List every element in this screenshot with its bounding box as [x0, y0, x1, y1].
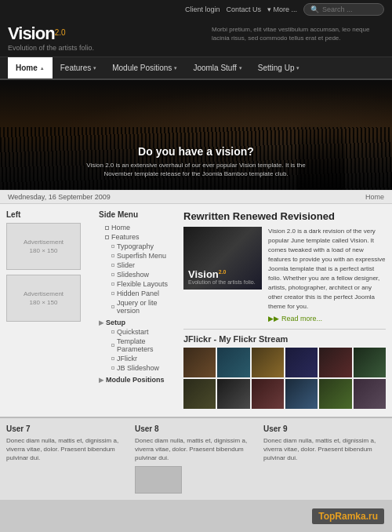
user-column-7: User 7 Donec diam nulla, mattis et, dign… — [6, 425, 129, 494]
bullet-icon — [105, 235, 109, 239]
client-login-link[interactable]: Client login — [185, 5, 220, 13]
bullet-icon — [111, 292, 114, 295]
bullet-icon — [111, 366, 114, 370]
side-menu-item-home[interactable]: Home — [99, 223, 177, 232]
arrow-right-icon-2: ▶ — [99, 377, 103, 384]
bullet-icon — [111, 282, 114, 286]
user-9-title: User 9 — [263, 425, 386, 433]
side-menu-item-slider[interactable]: Slider — [99, 261, 177, 270]
article-image-title: Vision2.0 — [188, 269, 227, 279]
nav-bar: Home ▲ Features ▾ Module Positions ▾ Joo… — [0, 57, 392, 80]
logo-title: Vision2.0 — [8, 25, 94, 42]
left-sidebar-title: Left — [6, 210, 93, 219]
bullet-icon — [111, 357, 114, 360]
side-menu-item-hidden[interactable]: Hidden Panel — [99, 289, 177, 298]
article-body-area: Vision 2.0 is a dark revision of the ver… — [268, 227, 386, 322]
hero-subtext: Vision 2.0 is an extensive overhaul of o… — [78, 161, 314, 178]
flickr-title: JFlickr - My Flickr Stream — [183, 329, 386, 344]
flickr-thumb-10[interactable] — [285, 379, 318, 409]
advertisement-1: Advertisement180 × 150 — [6, 223, 81, 270]
hero-heading: Do you have a vision? — [78, 145, 314, 158]
nav-item-module-positions[interactable]: Module Positions ▾ — [104, 57, 185, 78]
user-8-title: User 8 — [135, 425, 257, 433]
top-bar: Client login Contact Us ▾ More ... 🔍 — [0, 0, 392, 19]
article-image-subtitle: Evolution of the artists folio. — [188, 279, 256, 285]
main-content: Left Advertisement180 × 150 Advertisemen… — [0, 204, 392, 417]
side-menu: Side Menu Home Features Typography Super… — [99, 210, 177, 410]
flickr-thumb-9[interactable] — [252, 379, 284, 409]
hero-banner: Do you have a vision? Vision 2.0 is an e… — [0, 80, 392, 190]
flickr-thumb-8[interactable] — [217, 379, 249, 409]
user-column-8: User 8 Donec diam nulla, mattis et, dign… — [135, 425, 257, 494]
arrow-icon: ▶▶ — [268, 315, 279, 322]
user-8-image — [135, 466, 182, 494]
bullet-icon — [111, 344, 114, 347]
flickr-thumb-5[interactable] — [319, 348, 351, 377]
breadcrumb-home[interactable]: Home — [365, 193, 384, 201]
user-8-text: Donec diam nulla, mattis et, dignissim a… — [135, 436, 257, 463]
bullet-icon — [111, 305, 114, 308]
flickr-thumb-1[interactable] — [183, 348, 216, 377]
flickr-grid — [183, 348, 386, 409]
side-menu-item-jb-slideshow[interactable]: JB Slideshow — [99, 363, 177, 373]
flickr-thumb-6[interactable] — [354, 348, 386, 377]
logo-version: 2.0 — [55, 28, 66, 37]
nav-setting-arrow: ▾ — [296, 65, 299, 71]
logo-bar: Vision2.0 Evolution of the artists folio… — [0, 19, 392, 57]
article-content: Vision2.0 Evolution of the artists folio… — [183, 227, 386, 322]
bullet-icon — [105, 226, 109, 230]
search-icon: 🔍 — [310, 5, 319, 13]
date-display: Wednesday, 16 September 2009 — [8, 193, 111, 201]
nav-joomla-arrow: ▾ — [239, 65, 242, 71]
flickr-thumb-11[interactable] — [319, 379, 351, 409]
side-menu-item-features[interactable]: Features — [99, 232, 177, 242]
side-menu-item-slideshow[interactable]: Slideshow — [99, 270, 177, 279]
side-menu-item-quickstart[interactable]: Quickstart — [99, 327, 177, 337]
logo-area: Vision2.0 Evolution of the artists folio… — [8, 25, 94, 52]
user-7-title: User 7 — [6, 425, 129, 433]
nav-item-home[interactable]: Home ▲ — [8, 57, 53, 78]
article-title: Rewritten Renewed Revisioned — [183, 210, 386, 222]
flickr-thumb-12[interactable] — [354, 379, 386, 409]
side-menu-item-flexible[interactable]: Flexible Layouts — [99, 279, 177, 289]
advertisement-2: Advertisement180 × 150 — [6, 275, 81, 322]
side-menu-title: Side Menu — [99, 210, 177, 219]
side-section-setup[interactable]: ▶ Setup — [99, 319, 177, 326]
side-menu-item-jflickr[interactable]: JFlickr — [99, 354, 177, 363]
nav-features-arrow: ▾ — [93, 65, 96, 71]
nav-module-arrow: ▾ — [174, 65, 177, 71]
article-text: Vision 2.0 is a dark revision of the ver… — [268, 227, 386, 312]
nav-item-setting-up[interactable]: Setting Up ▾ — [250, 57, 308, 78]
read-more-link[interactable]: ▶▶ Read more... — [268, 315, 386, 322]
nav-home-triangle: ▲ — [40, 66, 45, 71]
user-column-9: User 9 Donec diam nulla, mattis et, dign… — [263, 425, 386, 494]
bullet-icon — [111, 254, 114, 257]
flickr-thumb-3[interactable] — [252, 348, 284, 377]
logo-description: Morbi pretium, elit vitae vestibulum acc… — [212, 25, 384, 42]
search-input[interactable] — [322, 5, 377, 13]
user-9-text: Donec diam nulla, mattis et, dignissim a… — [263, 436, 386, 463]
side-menu-item-template-params[interactable]: Template Parameters — [99, 337, 177, 354]
search-box[interactable]: 🔍 — [303, 3, 384, 16]
more-link[interactable]: ▾ More ... — [267, 5, 297, 13]
bullet-icon — [111, 273, 114, 276]
side-section-module-positions[interactable]: ▶ Module Positions — [99, 376, 177, 384]
logo-tagline: Evolution of the artists folio. — [8, 44, 94, 52]
side-menu-item-typography[interactable]: Typography — [99, 242, 177, 251]
side-menu-item-superfish[interactable]: Superfish Menu — [99, 251, 177, 261]
right-main: Rewritten Renewed Revisioned Vision2.0 E… — [183, 210, 386, 410]
bullet-icon — [111, 245, 114, 248]
arrow-right-icon: ▶ — [99, 319, 103, 326]
contact-us-link[interactable]: Contact Us — [226, 5, 261, 13]
nav-item-features[interactable]: Features ▾ — [53, 57, 104, 78]
bullet-icon — [111, 264, 114, 267]
side-menu-item-jquery[interactable]: Jquery or lite version — [99, 298, 177, 315]
article-image: Vision2.0 Evolution of the artists folio… — [183, 227, 262, 290]
flickr-thumb-4[interactable] — [285, 348, 318, 377]
flickr-thumb-7[interactable] — [183, 379, 216, 409]
footer-users: User 7 Donec diam nulla, mattis et, dign… — [0, 417, 392, 500]
nav-item-joomla-stuff[interactable]: Joomla Stuff ▾ — [185, 57, 249, 78]
flickr-thumb-2[interactable] — [217, 348, 249, 377]
hero-text-block: Do you have a vision? Vision 2.0 is an e… — [78, 145, 314, 178]
left-sidebar: Left Advertisement180 × 150 Advertisemen… — [6, 210, 93, 410]
